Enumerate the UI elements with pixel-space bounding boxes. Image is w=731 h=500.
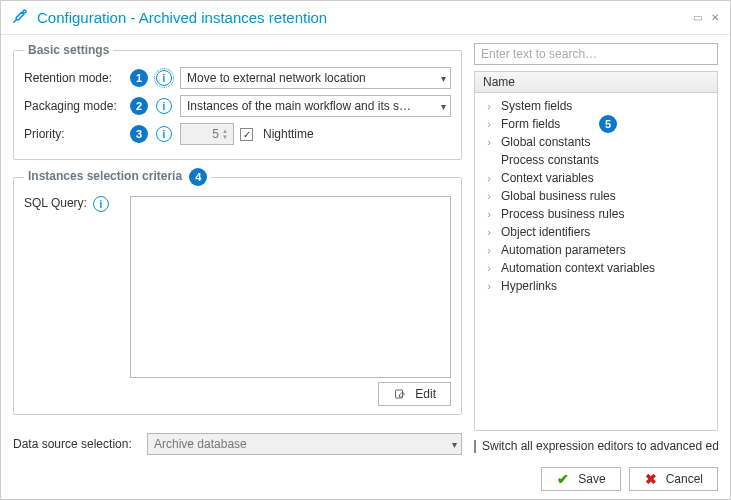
window-controls: ▭ ✕ [692, 13, 720, 23]
chevron-right-icon[interactable]: › [483, 118, 495, 130]
close-button[interactable]: ✕ [710, 13, 720, 23]
tree-item[interactable]: ›Context variables [479, 169, 713, 187]
tree-item-label: Automation context variables [501, 261, 655, 275]
tree-item[interactable]: ›Automation parameters [479, 241, 713, 259]
check-icon: ✔ [556, 472, 570, 486]
info-icon[interactable]: i [93, 196, 109, 212]
config-window: Configuration - Archived instances reten… [0, 0, 731, 500]
switch-advanced-checkbox[interactable] [474, 440, 476, 453]
data-source-select[interactable]: Archive database [147, 433, 462, 455]
tree-item[interactable]: ›Global business rules [479, 187, 713, 205]
nighttime-label: Nighttime [263, 127, 314, 141]
chevron-right-icon[interactable]: › [483, 190, 495, 202]
switch-row: Switch all expression editors to advance… [474, 437, 718, 455]
sql-query-textarea[interactable] [130, 196, 451, 378]
badge-4: 4 [189, 168, 207, 186]
badge-1: 1 [130, 69, 148, 87]
tree-item[interactable]: ›Hyperlinks [479, 277, 713, 295]
packaging-mode-value: Instances of the main workflow and its s… [187, 99, 411, 113]
edit-row: Edit [24, 382, 451, 406]
chevron-right-icon[interactable]: › [483, 100, 495, 112]
maximize-button[interactable]: ▭ [692, 13, 702, 23]
tools-icon [11, 7, 29, 28]
info-icon[interactable]: i [156, 70, 172, 86]
sql-label: SQL Query: [24, 196, 87, 210]
tree-item-label: Object identifiers [501, 225, 590, 239]
tree-item-label: Hyperlinks [501, 279, 557, 293]
criteria-legend: Instances selection criteria 4 [24, 168, 211, 186]
chevron-right-icon[interactable]: › [483, 208, 495, 220]
tree-item-label: Form fields [501, 117, 560, 131]
priority-spinner: 5 ▲▼ [180, 123, 234, 145]
switch-label: Switch all expression editors to advance… [482, 439, 718, 453]
tree-item[interactable]: ›Process business rules [479, 205, 713, 223]
left-panel: Basic settings Retention mode: 1 i Move … [13, 43, 462, 455]
retention-row: Retention mode: 1 i Move to external net… [24, 67, 451, 89]
data-source-row: Data source selection: Archive database [13, 429, 462, 455]
sql-row: SQL Query: i [24, 196, 451, 378]
cancel-button[interactable]: ✖ Cancel [629, 467, 718, 491]
retention-mode-value: Move to external network location [187, 71, 366, 85]
tree-item[interactable]: ›Global constants [479, 133, 713, 151]
search-input[interactable] [474, 43, 718, 65]
tree-panel: Name ›System fields›Form fields5›Global … [474, 71, 718, 431]
packaging-label: Packaging mode: [24, 99, 124, 113]
priority-label: Priority: [24, 127, 124, 141]
right-panel: Name ›System fields›Form fields5›Global … [474, 43, 718, 455]
content: Basic settings Retention mode: 1 i Move … [1, 35, 730, 459]
save-button[interactable]: ✔ Save [541, 467, 620, 491]
edit-button[interactable]: Edit [378, 382, 451, 406]
save-label: Save [578, 472, 605, 486]
tree-item-label: Automation parameters [501, 243, 626, 257]
chevron-right-icon[interactable]: › [483, 172, 495, 184]
tree-item-label: Process constants [501, 153, 599, 167]
tree-item-label: Global constants [501, 135, 590, 149]
chevron-right-icon[interactable]: › [483, 244, 495, 256]
info-icon[interactable]: i [156, 126, 172, 142]
priority-row: Priority: 3 i 5 ▲▼ ✓ Nighttime [24, 123, 451, 145]
badge-2: 2 [130, 97, 148, 115]
edit-button-label: Edit [415, 387, 436, 401]
chevron-right-icon[interactable]: › [483, 280, 495, 292]
priority-value: 5 [212, 127, 219, 141]
tree-item[interactable]: ›Process constants [479, 151, 713, 169]
retention-mode-select[interactable]: Move to external network location [180, 67, 451, 89]
tree-list: ›System fields›Form fields5›Global const… [475, 93, 717, 430]
badge-5: 5 [599, 115, 617, 133]
footer: ✔ Save ✖ Cancel [1, 459, 730, 499]
chevron-right-icon[interactable]: › [483, 262, 495, 274]
tree-item-label: System fields [501, 99, 572, 113]
packaging-mode-select[interactable]: Instances of the main workflow and its s… [180, 95, 451, 117]
window-title: Configuration - Archived instances reten… [37, 9, 692, 26]
tree-item[interactable]: ›System fields [479, 97, 713, 115]
data-source-value: Archive database [154, 437, 247, 451]
tree-item[interactable]: ›Object identifiers [479, 223, 713, 241]
edit-icon [393, 387, 407, 401]
criteria-fieldset: Instances selection criteria 4 SQL Query… [13, 168, 462, 415]
tree-header[interactable]: Name [475, 72, 717, 93]
svg-point-0 [23, 10, 26, 13]
info-icon[interactable]: i [156, 98, 172, 114]
chevron-right-icon[interactable]: › [483, 226, 495, 238]
tree-item-label: Global business rules [501, 189, 616, 203]
nighttime-checkbox[interactable]: ✓ [240, 128, 253, 141]
tree-item-label: Process business rules [501, 207, 624, 221]
tree-item-label: Context variables [501, 171, 594, 185]
sql-label-col: SQL Query: i [24, 196, 124, 378]
retention-label: Retention mode: [24, 71, 124, 85]
spinner-arrows-icon: ▲▼ [222, 125, 232, 143]
criteria-body: SQL Query: i Edit [24, 196, 451, 406]
data-source-label: Data source selection: [13, 437, 141, 451]
cancel-label: Cancel [666, 472, 703, 486]
titlebar: Configuration - Archived instances reten… [1, 1, 730, 35]
basic-settings-fieldset: Basic settings Retention mode: 1 i Move … [13, 43, 462, 160]
badge-3: 3 [130, 125, 148, 143]
x-icon: ✖ [644, 472, 658, 486]
packaging-row: Packaging mode: 2 i Instances of the mai… [24, 95, 451, 117]
basic-settings-legend: Basic settings [24, 43, 113, 57]
chevron-right-icon[interactable]: › [483, 136, 495, 148]
tree-item[interactable]: ›Form fields5 [479, 115, 713, 133]
tree-item[interactable]: ›Automation context variables [479, 259, 713, 277]
